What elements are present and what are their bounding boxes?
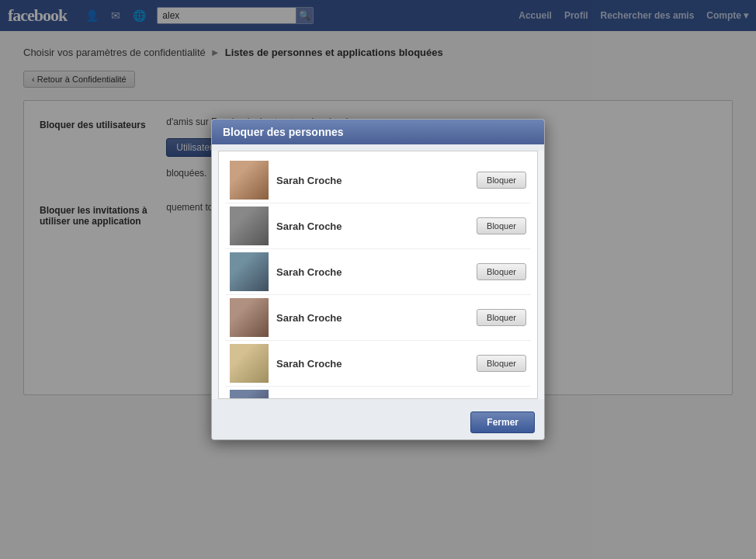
user-row: Sarah CrocheBloquer <box>225 341 531 387</box>
user-name: Sarah Croche <box>276 266 477 278</box>
user-list[interactable]: Sarah CrocheBloquerSarah CrocheBloquerSa… <box>218 151 538 399</box>
block-persons-modal: Bloquer des personnes Sarah CrocheBloque… <box>211 119 545 440</box>
user-name: Sarah Croche <box>276 358 477 370</box>
modal-header: Bloquer des personnes <box>212 120 544 144</box>
user-name: Sarah Croche <box>276 312 477 324</box>
modal-body: Sarah CrocheBloquerSarah CrocheBloquerSa… <box>212 151 544 399</box>
user-row: Sarah CrocheBloquer <box>225 203 531 249</box>
modal-footer: Fermer <box>212 405 544 439</box>
modal-title: Bloquer des personnes <box>223 126 344 138</box>
user-avatar <box>230 298 269 337</box>
user-avatar <box>230 207 269 245</box>
user-row: Sarah CrocheBloquer <box>225 295 531 341</box>
block-user-button[interactable]: Bloquer <box>477 263 526 280</box>
user-name: Sarah Croche <box>276 175 477 186</box>
modal-overlay: Bloquer des personnes Sarah CrocheBloque… <box>0 0 756 559</box>
user-avatar <box>230 390 269 399</box>
user-avatar <box>230 161 269 200</box>
block-user-button[interactable]: Bloquer <box>477 309 526 326</box>
user-row: Sarah CrocheBloquer <box>225 387 531 399</box>
block-user-button[interactable]: Bloquer <box>477 172 526 189</box>
user-row: Sarah CrocheBloquer <box>225 158 531 203</box>
user-row: Sarah CrocheBloquer <box>225 249 531 295</box>
user-avatar <box>230 252 269 291</box>
block-user-button[interactable]: Bloquer <box>477 217 526 234</box>
block-user-button[interactable]: Bloquer <box>477 355 526 372</box>
user-name: Sarah Croche <box>276 220 477 232</box>
fermer-button[interactable]: Fermer <box>470 411 535 433</box>
user-avatar <box>230 344 269 383</box>
